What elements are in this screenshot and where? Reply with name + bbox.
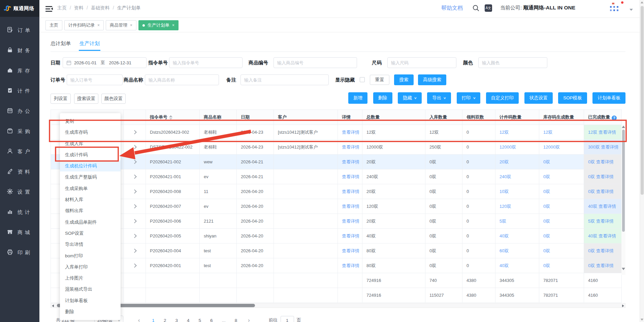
view-detail-link[interactable]: 查看详情	[342, 144, 359, 150]
prev-page-button[interactable]: ‹	[138, 317, 140, 322]
stock-code-qty-link[interactable]: 0双	[543, 263, 550, 268]
size-input[interactable]	[387, 57, 456, 68]
context-menu-item-bom打印[interactable]: bom打印	[60, 250, 121, 261]
done-view-detail-link[interactable]: 查看详情	[597, 204, 616, 209]
view-detail-link[interactable]: 查看详情	[342, 159, 359, 164]
table-row[interactable]: P20260420-005shiyan2026-04-20查看详情40双0双04…	[51, 229, 622, 244]
piece-code-qty-link[interactable]: 240双	[500, 174, 511, 179]
状态设置-button[interactable]: 状态设置	[524, 92, 553, 104]
expand-row-icon[interactable]	[132, 219, 137, 223]
context-menu-item-生成采购单[interactable]: 生成采购单	[60, 183, 121, 194]
piece-code-qty-link[interactable]: 10双	[500, 189, 509, 194]
context-menu-item-生成生产整版码[interactable]: 生成生产整版码	[60, 171, 121, 183]
done-view-detail-link[interactable]: 查看详情	[595, 263, 614, 268]
tab-生产计划单[interactable]: 生产计划单×	[138, 20, 179, 30]
next-page-button[interactable]: ›	[248, 317, 250, 322]
SOP模板-button[interactable]: SOP模板	[558, 92, 587, 104]
page-scrollbar[interactable]	[640, 0, 644, 322]
自定义打印-button[interactable]: 自定义打印	[486, 92, 519, 104]
view-detail-link[interactable]: 查看详情	[342, 130, 359, 135]
expand-row-icon[interactable]	[132, 249, 137, 253]
sidebar-item-库存[interactable]: 库存	[0, 61, 39, 81]
expand-row-icon[interactable]	[132, 145, 137, 149]
close-tab-icon[interactable]: ×	[97, 23, 100, 28]
导出-button[interactable]: 导出∨	[427, 92, 451, 104]
tab-商品管理[interactable]: 商品管理×	[106, 20, 136, 30]
context-menu-item-生成机位计件码[interactable]: 生成机位计件码	[60, 160, 121, 171]
page-number-5[interactable]: 5	[198, 318, 201, 322]
context-menu-item-领料出库[interactable]: 领料出库	[60, 205, 121, 216]
piece-code-qty-link[interactable]: 60双	[500, 248, 509, 253]
隐藏-button[interactable]: 隐藏∨	[398, 92, 422, 104]
app-logo[interactable]: 顺通网络	[0, 0, 39, 17]
goto-page-input[interactable]	[281, 316, 294, 322]
context-menu-item-材料入库[interactable]: 材料入库	[60, 194, 121, 205]
date-to-value[interactable]: 2026-12-31	[109, 60, 132, 65]
page-number-3[interactable]: 3	[175, 318, 178, 322]
context-menu-item-计划单看板[interactable]: 计划单看板	[60, 295, 121, 306]
column-header-领料双数[interactable]: 领料双数	[462, 110, 495, 125]
show-hidden-checkbox[interactable]	[360, 77, 365, 82]
计划单看板-button[interactable]: 计划单看板	[592, 92, 625, 104]
column-header-客户[interactable]: 客户	[274, 110, 338, 125]
sidebar-item-设置[interactable]: 设置	[0, 182, 39, 202]
view-detail-link[interactable]: 查看详情	[342, 263, 359, 268]
context-menu-item-SOP设置[interactable]: SOP设置	[60, 228, 121, 239]
done-view-detail-link[interactable]: 查看详情	[595, 159, 614, 164]
stock-code-qty-link[interactable]: 0双	[543, 204, 550, 209]
page-number-2[interactable]: 2	[164, 318, 166, 322]
sidebar-item-印刷[interactable]: 印刷	[0, 243, 39, 263]
context-menu-item-删除[interactable]: 删除	[60, 306, 121, 317]
column-header-已完成数量[interactable]: 已完成数量?	[584, 110, 622, 125]
table-row[interactable]: P20260420-001test2026-04-20查看详情80双0双040双…	[51, 258, 622, 273]
color-input[interactable]	[478, 57, 547, 68]
context-menu-item-入库单打印[interactable]: 入库单打印	[60, 261, 121, 272]
sidebar-item-财务[interactable]: 财务	[0, 40, 39, 61]
page-number-6[interactable]: 6	[210, 318, 213, 322]
context-menu-item-生成计件码[interactable]: 生成计件码	[60, 149, 121, 160]
product-name-input[interactable]	[145, 74, 219, 85]
stock-code-qty-link[interactable]: 0双	[543, 174, 550, 179]
expand-row-icon[interactable]	[132, 160, 137, 164]
view-detail-link[interactable]: 查看详情	[342, 189, 359, 194]
expand-row-icon[interactable]	[132, 263, 137, 268]
删除-button[interactable]: 删除	[373, 92, 392, 104]
search-settings-button[interactable]: 搜索设置	[74, 94, 98, 104]
table-row[interactable]: P20260420-004test2026-04-20查看详情80双0双060双…	[51, 244, 622, 258]
context-menu-item-导出详情[interactable]: 导出详情	[60, 239, 121, 250]
expand-row-icon[interactable]	[132, 130, 137, 134]
date-from-value[interactable]: 2026-01-01	[74, 60, 97, 65]
sidebar-item-资料[interactable]: 资料	[0, 162, 39, 182]
新增-button[interactable]: 新增	[348, 92, 367, 104]
stock-code-qty-link[interactable]: 12000双	[543, 144, 560, 150]
advanced-search-button[interactable]: 高级搜索	[418, 74, 446, 85]
expand-row-icon[interactable]	[132, 189, 137, 194]
done-view-detail-link[interactable]: 查看详情	[595, 248, 614, 253]
help-doc-link[interactable]: 帮助文档	[441, 5, 463, 12]
done-view-detail-link[interactable]: 查看详情	[600, 144, 619, 150]
tab-production-plan[interactable]: 生产计划	[79, 40, 100, 51]
stock-code-qty-link[interactable]: 0双	[543, 189, 550, 194]
column-header-库存码生成数量[interactable]: 库存码生成数量	[539, 110, 584, 125]
context-menu-item-复制[interactable]: 复制	[60, 116, 121, 127]
piece-code-qty-link[interactable]: 5双	[500, 219, 506, 224]
table-row[interactable]: P20260420-007ev2026-04-20查看详情120双0双0120双…	[51, 199, 622, 214]
context-menu-item-生成成品单副件[interactable]: 生成成品单副件	[60, 217, 121, 228]
column-header-日期[interactable]: 日期	[237, 110, 274, 125]
date-range-input[interactable]: 2026-01-01 至 2026-12-31	[63, 57, 147, 68]
user-menu-caret-icon[interactable]	[630, 9, 633, 11]
sidebar-item-订单[interactable]: 订单	[0, 20, 39, 40]
translate-icon[interactable]: A文	[485, 4, 492, 12]
collapse-menu-icon[interactable]	[45, 5, 53, 12]
stock-code-qty-link[interactable]: 0双	[543, 159, 550, 164]
sidebar-item-采购[interactable]: 采购	[0, 121, 39, 141]
done-view-detail-link[interactable]: 查看详情	[595, 219, 614, 224]
sidebar-item-统计[interactable]: 统计	[0, 202, 39, 222]
column-header-详情[interactable]: 详情	[338, 110, 362, 125]
piece-code-qty-link[interactable]: 12000双	[500, 144, 516, 150]
breadcrumb-item[interactable]: 基础资料	[91, 5, 110, 10]
expand-row-icon[interactable]	[132, 174, 137, 179]
page-number-1[interactable]: 1	[152, 318, 155, 322]
piece-code-qty-link[interactable]: 20双	[500, 159, 509, 164]
view-detail-link[interactable]: 查看详情	[342, 174, 359, 179]
